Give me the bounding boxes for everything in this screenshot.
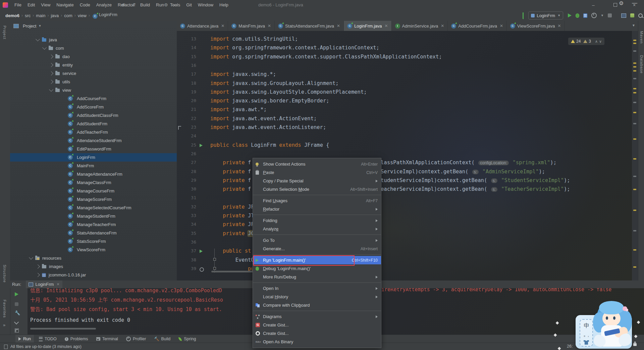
tree-item-service[interactable]: service [10,69,177,78]
code-line[interactable]: 15import org.springframework.context.sup… [177,53,632,62]
breadcrumb-item-loginfrm[interactable]: CLoginFrm [91,12,118,19]
run-panel-settings-icon[interactable]: ⚙ [619,0,624,6]
run-configuration-select[interactable]: LoginFrm ▼ [528,11,563,19]
chevron-collapsed-icon[interactable] [36,264,40,269]
hide-panel-icon[interactable]: — [172,2,176,7]
run-gutter-icon[interactable] [200,250,203,253]
chevron-expanded-icon[interactable] [36,37,40,41]
close-icon[interactable]: ✕ [337,24,340,28]
menu-edit[interactable]: Edit [24,0,38,10]
code-line[interactable]: 25public class LoginFrm extends JFrame { [177,141,632,150]
tree-item-editpasswordfrm[interactable]: CEditPasswordFrm [10,145,177,153]
code-line[interactable]: 38 EventQ [177,256,632,265]
tool-tab-maven[interactable]: Maven [640,31,644,44]
coverage-button[interactable] [583,13,587,18]
tab-addcoursefrm-java[interactable]: CAddCourseFrm.java✕ [448,21,507,31]
close-icon[interactable]: ✕ [441,24,444,28]
run-gutter-icon[interactable] [200,144,203,147]
code-line[interactable]: 13import com.utils.StringUtil; [177,35,632,44]
chevron-collapsed-icon[interactable] [49,54,53,59]
tab-statsattendancefrm-java[interactable]: CStatsAttendanceFrm.java✕ [275,21,344,31]
close-icon[interactable]: ✕ [56,282,59,287]
stop-button[interactable] [608,13,612,17]
menu-code[interactable]: Code [77,0,93,10]
tree-item-dao[interactable]: dao [10,52,177,61]
code-line[interactable]: 30 private feacherServiceImpl)context.ge… [177,185,632,194]
rerun-button[interactable] [15,292,18,296]
close-icon[interactable]: ✕ [385,24,388,28]
stop-process-button[interactable] [15,302,18,306]
caret-position[interactable]: 26: [567,344,573,349]
tree-item-jcommon-1-0-16-jar[interactable]: jcommon-1.0.16.jar [10,271,177,279]
chevron-collapsed-icon[interactable] [49,71,53,76]
code-line[interactable]: 26 [177,150,632,159]
toolbutton-todo[interactable]: TODO [36,335,60,343]
code-line[interactable]: 21import java.awt.*; [177,106,632,115]
tree-item-manageteacherfrm[interactable]: CManageTeacherFrm [10,220,177,229]
tool-tab-project[interactable]: Project [3,26,7,39]
profiler-button[interactable] [591,13,597,18]
tree-item-mainfrm[interactable]: CMainFrm [10,162,177,170]
tree-item-addteacherfrm[interactable]: CAddTeacherFrm [10,128,177,136]
close-icon[interactable]: ✕ [500,24,503,28]
next-warning-icon[interactable]: ∨ [599,39,602,44]
code-line[interactable]: 28 private fServiceImpl)context.getBean(… [177,168,632,177]
tree-item-entity[interactable]: entity [10,61,177,69]
tab-viewscorefrm-java[interactable]: CViewScoreFrm.java✕ [507,21,565,31]
toolbutton-run[interactable]: Run [15,335,34,343]
menu-item-generate[interactable]: Generate...Alt+Insert [253,245,381,253]
more-tools-icon[interactable]: » [3,322,5,327]
tab-attendance-java[interactable]: CAttendance.java✕ [177,21,228,31]
code-line[interactable]: 23import java.awt.event.ActionListener; [177,124,632,132]
tree-item-addscorefrm[interactable]: CAddScoreFrm [10,103,177,111]
tool-tab-structure[interactable]: Structure [3,265,7,283]
collapse-all-icon[interactable]: ⇵ [132,2,136,7]
run-panel-hide-icon[interactable]: — [632,0,637,6]
close-icon[interactable]: ✕ [268,24,271,28]
menu-item-refactor[interactable]: Refactor [253,205,381,213]
code-line[interactable]: 37 public st [177,247,632,256]
menu-item-diagrams[interactable]: Diagrams [253,312,381,321]
menu-item-debug-loginfrm-main[interactable]: Debug 'LoginFrm.main()' [253,264,381,273]
tree-item-images[interactable]: images [10,262,177,271]
tree-item-managestudentfrm[interactable]: CManageStudentFrm [10,212,177,220]
tree-item-utils[interactable]: utils [10,78,177,86]
tool-tab-favorites[interactable]: Favorites [3,300,7,318]
menu-item-column-selection-mode[interactable]: Column Selection ModeAlt+Shift+Insert [253,185,381,193]
console-layout-icon[interactable] [15,329,19,333]
ime-language-toggle[interactable]: 中 [584,321,589,329]
tree-item-com[interactable]: com [10,44,177,52]
menu-item-open-as-binary[interactable]: Open As Binary [253,338,381,346]
tree-item-attendancestudentfrm[interactable]: CAttendanceStudentFrm [10,136,177,145]
menu-item-create-gist[interactable]: Create Gist... [253,329,381,338]
code-line[interactable]: 33 private JT [177,212,632,221]
code-line[interactable]: 22import java.awt.event.ActionEvent; [177,115,632,124]
breadcrumb-item-main[interactable]: main [35,13,46,18]
profiler-chevron-icon[interactable]: ▼ [601,14,604,17]
tree-item-manageselectedcoursefrm[interactable]: CManageSelectedCourseFrm [10,204,177,212]
console-horizontal-scrollbar[interactable] [30,328,96,330]
ime-punctuation-toggle[interactable]: 。, [584,332,589,338]
menu-item-open-in[interactable]: Open In [253,284,381,293]
toolbutton-build[interactable]: 🔨Build [151,335,173,343]
menu-analyze[interactable]: Analyze [93,0,115,10]
close-icon[interactable]: ✕ [221,24,224,28]
tree-item-addcoursefrm[interactable]: CAddCourseFrm [10,94,177,103]
breadcrumb-item-demo6[interactable]: demo6 [5,13,20,18]
prev-warning-icon[interactable]: ∧ [595,39,598,44]
code-line[interactable]: 31 [177,194,632,203]
chevron-collapsed-icon[interactable] [49,63,53,67]
menu-file[interactable]: File [11,0,24,10]
run-button[interactable] [568,13,572,17]
locate-file-icon[interactable]: ⊕ [121,2,125,7]
code-line[interactable]: 20import javax.swing.border.EmptyBorder; [177,97,632,106]
menu-item-analyze[interactable]: Analyze [253,225,381,233]
chevron-collapsed-icon[interactable] [49,80,53,84]
code-line[interactable]: 24 [177,132,632,141]
tree-item-managecoursefrm[interactable]: CManageCourseFrm [10,187,177,195]
toolbutton-spring[interactable]: Spring [175,335,199,343]
ime-skin-icon[interactable] [584,340,589,345]
menu-item-compare-with-clipboard[interactable]: Compare with Clipboard [253,301,381,309]
breadcrumb-item-view[interactable]: view [77,13,87,18]
tree-item-manageclassfrm[interactable]: CManageClassFrm [10,178,177,187]
